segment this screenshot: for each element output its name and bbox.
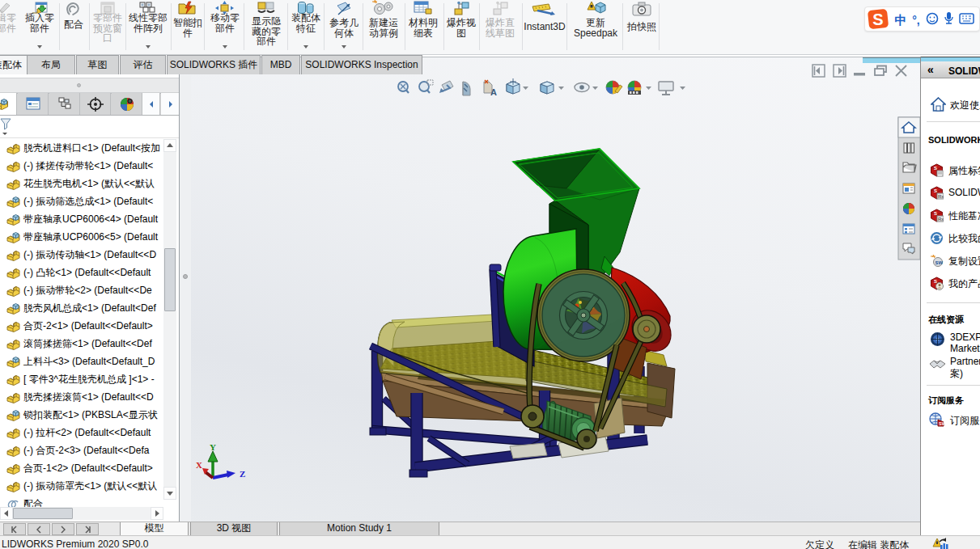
svg-text:S: S [934, 166, 937, 171]
svg-text:A: A [490, 87, 497, 97]
svg-text:Z: Z [240, 469, 245, 479]
svg-text:Y: Y [210, 442, 216, 452]
svg-text:Rx: Rx [938, 194, 944, 199]
svg-text:X: X [196, 460, 202, 470]
svg-text:sw: sw [935, 260, 944, 265]
svg-text:SW: SW [939, 421, 944, 426]
svg-text:中: 中 [895, 13, 907, 27]
svg-text:S: S [934, 188, 937, 193]
svg-text:°,: °, [912, 14, 920, 27]
svg-text:Rx: Rx [938, 217, 944, 222]
svg-text:S: S [872, 11, 883, 28]
svg-text:S: S [934, 211, 937, 216]
svg-text:S: S [934, 279, 937, 284]
